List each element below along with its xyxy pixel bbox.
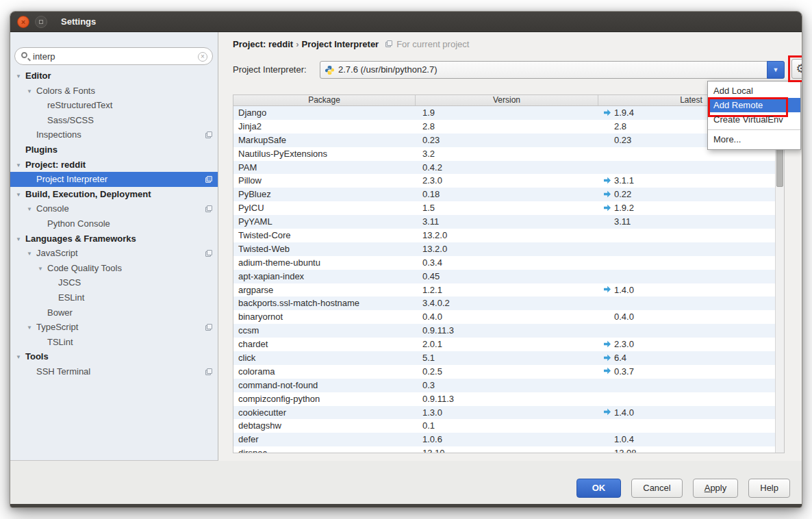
interpreter-combobox[interactable]: 2.7.6 (/usr/bin/python2.7) ▼: [320, 61, 785, 79]
menu-item[interactable]: More...: [708, 132, 800, 147]
ok-button[interactable]: OK: [576, 479, 622, 498]
table-row[interactable]: PyBluez 0.18 0.22: [233, 188, 784, 201]
table-row[interactable]: command-not-found 0.3: [233, 379, 784, 392]
sidebar-tree-item[interactable]: JSCS: [10, 275, 218, 290]
table-row[interactable]: chardet 2.0.1 2.3.0: [233, 338, 784, 351]
cell-latest-value: 0.4.0: [614, 310, 634, 324]
sidebar-tree-item[interactable]: Sass/SCSS: [10, 113, 218, 128]
sidebar-tree-item[interactable]: Inspections: [10, 127, 218, 142]
sidebar-tree-item[interactable]: Plugins: [10, 142, 218, 157]
sidebar-tree-item[interactable]: reStructuredText: [10, 98, 218, 113]
table-row[interactable]: Nautilus-PyExtensions 3.2: [233, 147, 784, 161]
table-row[interactable]: click 5.1 6.4: [233, 351, 784, 365]
sidebar-tree-item[interactable]: Editor: [10, 68, 218, 84]
table-row[interactable]: argparse 1.2.1 1.4.0: [233, 283, 784, 297]
vertical-scrollbar[interactable]: [775, 106, 784, 453]
search-input[interactable]: [33, 49, 190, 64]
table-row[interactable]: ccsm 0.9.11.3: [233, 324, 784, 338]
tree-expand-icon[interactable]: [27, 320, 36, 336]
cell-latest: [598, 379, 784, 392]
tree-expand-icon[interactable]: [27, 84, 36, 99]
tree-expand-icon[interactable]: [16, 188, 25, 203]
table-row[interactable]: apt-xapian-index 0.45: [233, 270, 784, 283]
tree-expand-icon[interactable]: [16, 232, 25, 247]
upgrade-arrow-icon: [603, 175, 611, 188]
cell-package: PAM: [233, 161, 416, 175]
cell-version: 3.2: [416, 147, 598, 161]
table-row[interactable]: binaryornot 0.4.0 0.4.0: [233, 310, 784, 324]
menu-item-label: Create VirtualEnv: [713, 114, 783, 125]
column-header-package[interactable]: Package: [233, 95, 416, 105]
chevron-down-icon[interactable]: ▼: [767, 61, 785, 79]
sidebar-tree-item[interactable]: Code Quality Tools: [10, 261, 218, 276]
table-row[interactable]: cookiecutter 1.3.0 1.4.0: [233, 406, 784, 420]
apply-button[interactable]: Apply: [693, 479, 739, 498]
table-row[interactable]: backports.ssl-match-hostname 3.4.0.2: [233, 296, 784, 310]
table-row[interactable]: dirspec 13.10 13.08: [233, 446, 784, 453]
close-icon[interactable]: ×: [17, 16, 29, 28]
sidebar-tree-item[interactable]: Project Interpreter: [10, 172, 218, 187]
table-row[interactable]: PyICU 1.5 1.9.2: [233, 201, 784, 215]
tree-expand-icon[interactable]: [16, 158, 25, 173]
tree-item-label: Bower: [47, 307, 73, 318]
tree-expand-icon[interactable]: [27, 202, 36, 217]
cell-package: PyYAML: [233, 215, 416, 229]
tree-item-label: JavaScript: [36, 248, 78, 258]
copy-badge-icon: [385, 40, 392, 47]
cell-latest-value: 0.3.7: [614, 365, 634, 379]
sidebar-tree-item[interactable]: Bower: [10, 305, 218, 320]
table-row[interactable]: MarkupSafe 0.23 0.23: [233, 134, 784, 147]
menu-item[interactable]: Add Remote: [708, 98, 800, 112]
cell-package: argparse: [233, 283, 416, 297]
restore-icon[interactable]: [35, 16, 47, 28]
tree-expand-icon[interactable]: [16, 350, 25, 365]
tree-item-label: Project: reddit: [25, 160, 86, 170]
breadcrumb-project[interactable]: Project: reddit: [233, 39, 293, 49]
table-row[interactable]: Jinja2 2.8 2.8: [233, 120, 784, 134]
cell-package: ccsm: [233, 324, 416, 338]
sidebar-tree-item[interactable]: TSLint: [10, 335, 218, 350]
table-row[interactable]: Pillow 2.3.0 3.1.1: [233, 174, 784, 188]
titlebar[interactable]: × Settings: [10, 12, 802, 32]
sidebar-tree-item[interactable]: Project: reddit: [10, 157, 218, 173]
sidebar-tree-item[interactable]: JavaScript: [10, 246, 218, 261]
cell-package: chardet: [233, 338, 416, 351]
sidebar-tree-item[interactable]: Languages & Frameworks: [10, 231, 218, 246]
help-button[interactable]: Help: [748, 479, 790, 498]
sidebar-tree-item[interactable]: SSH Terminal: [10, 364, 218, 379]
cell-latest: 1.9.2: [598, 201, 784, 215]
cell-latest: 1.4.0: [598, 283, 784, 297]
interpreter-label: Project Interpreter:: [233, 61, 307, 79]
table-row[interactable]: compizconfig-python 0.9.11.3: [233, 392, 784, 406]
column-header-version[interactable]: Version: [416, 95, 598, 105]
cell-version: 1.9: [416, 106, 598, 120]
sidebar-tree-item[interactable]: Build, Execution, Deployment: [10, 187, 218, 202]
sidebar-tree-item[interactable]: Colors & Fonts: [10, 84, 218, 99]
table-row[interactable]: defer 1.0.6 1.0.4: [233, 433, 784, 446]
table-row[interactable]: adium-theme-ubuntu 0.3.4: [233, 256, 784, 270]
table-row[interactable]: PAM 0.4.2: [233, 161, 784, 175]
tree-expand-icon[interactable]: [27, 246, 36, 262]
cell-version: 0.4.0: [416, 310, 598, 324]
cell-latest: [598, 296, 784, 310]
table-row[interactable]: PyYAML 3.11 3.11: [233, 215, 784, 229]
table-row[interactable]: Twisted-Web 13.2.0: [233, 242, 784, 256]
sidebar-tree-item[interactable]: Tools: [10, 349, 218, 364]
menu-item[interactable]: Add Local: [708, 84, 800, 98]
cell-version: 2.8: [416, 120, 598, 134]
settings-searchbox[interactable]: ×: [14, 47, 213, 65]
table-row[interactable]: colorama 0.2.5 0.3.7: [233, 365, 784, 379]
tree-expand-icon[interactable]: [38, 262, 47, 277]
cancel-button[interactable]: Cancel: [631, 479, 682, 498]
sidebar-tree-item[interactable]: Console: [10, 201, 218, 216]
menu-item[interactable]: Create VirtualEnv: [708, 112, 800, 127]
sidebar-tree-item[interactable]: Python Console: [10, 216, 218, 231]
cell-package: PyBluez: [233, 188, 416, 201]
table-row[interactable]: Twisted-Core 13.2.0: [233, 229, 784, 242]
clear-search-icon[interactable]: ×: [198, 52, 207, 62]
tree-expand-icon[interactable]: [16, 69, 25, 84]
table-row[interactable]: debtagshw 0.1: [233, 419, 784, 433]
sidebar-tree-item[interactable]: TypeScript: [10, 320, 218, 335]
table-row[interactable]: Django 1.9 1.9.4: [233, 106, 784, 120]
sidebar-tree-item[interactable]: ESLint: [10, 290, 218, 305]
